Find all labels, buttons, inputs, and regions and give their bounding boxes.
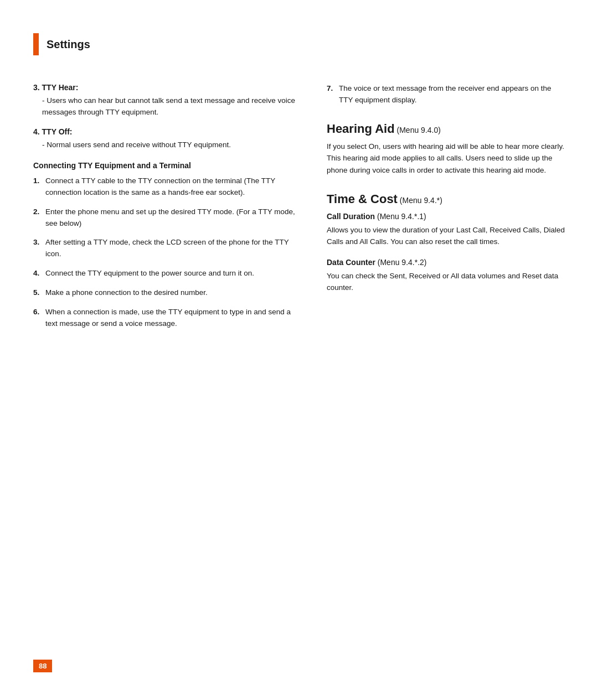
- right-column: 7. The voice or text message from the re…: [327, 83, 565, 338]
- step-num-4: 4.: [33, 268, 45, 279]
- tty-hear-body: - Users who can hear but cannot talk sen…: [33, 95, 305, 118]
- content-columns: 3. TTY Hear: - Users who can hear but ca…: [33, 83, 565, 338]
- step-num-2: 2.: [33, 206, 45, 218]
- hearing-aid-title: Hearing Aid: [327, 122, 395, 136]
- call-duration-label: Call Duration (Menu 9.4.*.1): [327, 212, 565, 221]
- list-item: 1. Connect a TTY cable to the TTY connec…: [33, 175, 305, 199]
- page-header: Settings: [33, 33, 565, 55]
- step-text-1: Connect a TTY cable to the TTY connectio…: [45, 175, 305, 199]
- time-cost-menu: (Menu 9.4.*): [400, 196, 442, 205]
- step-text-2: Enter the phone menu and set up the desi…: [45, 206, 305, 230]
- orange-bar-icon: [33, 33, 39, 55]
- step-num-1: 1.: [33, 175, 45, 187]
- time-cost-title: Time & Cost: [327, 192, 398, 206]
- step-text-5: Make a phone connection to the desired n…: [45, 287, 305, 299]
- hearing-aid-section: Hearing Aid (Menu 9.4.0) If you select O…: [327, 122, 565, 177]
- step-text-4: Connect the TTY equipment to the power s…: [45, 268, 305, 279]
- time-cost-section: Time & Cost (Menu 9.4.*) Call Duration (…: [327, 192, 565, 294]
- item-7-num: 7.: [327, 83, 339, 95]
- item-7-text: The voice or text message from the recei…: [339, 83, 565, 106]
- hearing-aid-title-row: Hearing Aid (Menu 9.4.0): [327, 122, 565, 136]
- item-7: 7. The voice or text message from the re…: [327, 83, 565, 106]
- hearing-aid-menu: (Menu 9.4.0): [397, 126, 441, 134]
- list-item: 4. Connect the TTY equipment to the powe…: [33, 268, 305, 279]
- data-counter-body: You can check the Sent, Received or All …: [327, 270, 565, 294]
- tty-off-label: 4. TTY Off:: [33, 127, 305, 136]
- list-item: 2. Enter the phone menu and set up the d…: [33, 206, 305, 230]
- page-number: 88: [33, 660, 52, 672]
- step-num-5: 5.: [33, 287, 45, 299]
- connecting-heading: Connecting TTY Equipment and a Terminal: [33, 161, 305, 170]
- step-text-6: When a connection is made, use the TTY e…: [45, 307, 305, 330]
- hearing-aid-body: If you select On, users with hearing aid…: [327, 141, 565, 177]
- tty-off-body: - Normal users send and receive without …: [33, 139, 305, 151]
- data-counter-label: Data Counter (Menu 9.4.*.2): [327, 258, 565, 267]
- page: Settings 3. TTY Hear: - Users who can he…: [0, 0, 598, 700]
- list-item: 6. When a connection is made, use the TT…: [33, 307, 305, 330]
- time-cost-title-row: Time & Cost (Menu 9.4.*): [327, 192, 565, 206]
- steps-list: 1. Connect a TTY cable to the TTY connec…: [33, 175, 305, 330]
- page-title: Settings: [47, 38, 90, 51]
- call-duration-body: Allows you to view the duration of your …: [327, 224, 565, 248]
- list-item: 5. Make a phone connection to the desire…: [33, 287, 305, 299]
- step-text-3: After setting a TTY mode, check the LCD …: [45, 237, 305, 260]
- list-item: 3. After setting a TTY mode, check the L…: [33, 237, 305, 260]
- left-column: 3. TTY Hear: - Users who can hear but ca…: [33, 83, 305, 338]
- step-num-3: 3.: [33, 237, 45, 248]
- step-num-6: 6.: [33, 307, 45, 318]
- tty-hear-label: 3. TTY Hear:: [33, 83, 305, 92]
